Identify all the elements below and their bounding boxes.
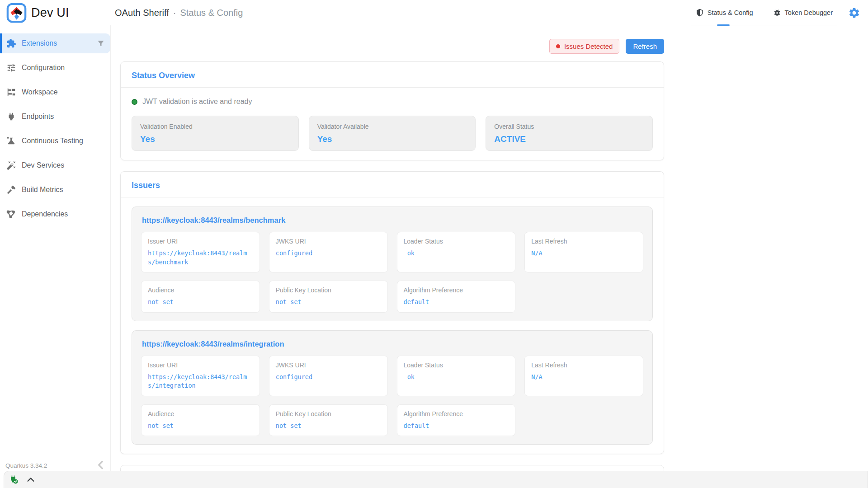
- field-last-refresh: Last Refresh N/A: [524, 356, 643, 396]
- main-content: Issues Detected Refresh Status Overview …: [111, 25, 868, 488]
- filter-icon[interactable]: [97, 39, 105, 47]
- stat-value: Yes: [140, 134, 290, 144]
- sidebar-item-build-metrics[interactable]: Build Metrics: [0, 180, 110, 200]
- status-overview-card: Status Overview JWT validation is active…: [120, 61, 664, 160]
- field-label: Algorithm Preference: [404, 410, 509, 418]
- network-icon: [6, 209, 16, 219]
- sidebar-item-label: Continuous Testing: [22, 137, 83, 145]
- stat-label: Validation Enabled: [140, 123, 290, 130]
- field-value: N/A: [531, 249, 637, 258]
- field-value: ok: [404, 249, 509, 258]
- field-value: not set: [276, 298, 381, 307]
- shield-icon: [696, 9, 704, 17]
- footer-dock: [4, 471, 868, 488]
- status-ok-dot-icon: [132, 99, 137, 105]
- field-public-key-location: Public Key Location not set: [269, 404, 388, 436]
- field-loader-status: Loader Status ok: [397, 232, 516, 272]
- settings-button[interactable]: [847, 6, 861, 19]
- sidebar-item-label: Dependencies: [22, 210, 68, 218]
- field-value: configured: [276, 373, 381, 382]
- sidebar-item-dependencies[interactable]: Dependencies: [0, 204, 110, 224]
- field-label: JWKS URI: [276, 361, 381, 369]
- issues-detected-badge: Issues Detected: [549, 39, 620, 54]
- collapse-sidebar-icon[interactable]: [95, 459, 107, 471]
- field-value: not set: [276, 422, 381, 431]
- expand-dock-icon[interactable]: [26, 475, 36, 485]
- field-value: https://keycloak:8443/realms/integration: [148, 373, 253, 390]
- field-label: Public Key Location: [276, 286, 381, 294]
- toolbar: Issues Detected Refresh: [120, 39, 664, 53]
- sidebar-item-label: Endpoints: [22, 113, 54, 121]
- field-public-key-location: Public Key Location not set: [269, 281, 388, 313]
- field-label: Audience: [148, 410, 253, 418]
- hammer-icon: [6, 185, 16, 195]
- field-loader-status: Loader Status ok: [397, 356, 516, 396]
- field-jwks-uri: JWKS URI configured: [269, 356, 388, 396]
- stat-label: Overall Status: [494, 123, 644, 130]
- header: Dev UI OAuth Sheriff · Status & Config S…: [0, 0, 868, 25]
- sidebar-item-label: Dev Services: [22, 161, 64, 169]
- field-value: not set: [148, 422, 253, 431]
- sidebar-item-workspace[interactable]: Workspace: [0, 82, 110, 102]
- field-label: Issuer URI: [148, 238, 253, 245]
- issuer-title: https://keycloak:8443/realms/integration: [142, 340, 643, 348]
- quarkus-logo-icon: [6, 3, 27, 23]
- stat-label: Validator Available: [317, 123, 467, 130]
- issuer-panel-integration: https://keycloak:8443/realms/integration…: [132, 330, 653, 445]
- issuer-fields-grid: Issuer URI https://keycloak:8443/realms/…: [141, 232, 643, 313]
- quarkus-version-label: Quarkus 3.34.2: [5, 462, 47, 469]
- sidebar-item-configuration[interactable]: Configuration: [0, 58, 110, 78]
- sidebar-item-endpoints[interactable]: Endpoints: [0, 107, 110, 127]
- issuers-card: Issuers https://keycloak:8443/realms/ben…: [120, 171, 664, 454]
- status-message: JWT validation is active and ready: [142, 98, 252, 106]
- title-separator: ·: [173, 8, 176, 18]
- field-label: Loader Status: [404, 361, 509, 369]
- page: Dev UI OAuth Sheriff · Status & Config S…: [0, 0, 868, 488]
- field-label: Issuer URI: [148, 361, 253, 369]
- sidebar-item-dev-services[interactable]: Dev Services: [0, 155, 110, 175]
- field-jwks-uri: JWKS URI configured: [269, 232, 388, 272]
- refresh-button[interactable]: Refresh: [626, 39, 664, 54]
- field-value: configured: [276, 249, 381, 258]
- tab-status-config[interactable]: Status & Config: [696, 0, 753, 25]
- page-title: OAuth Sheriff: [115, 8, 169, 18]
- sidebar-item-label: Workspace: [22, 88, 58, 96]
- sidebar-item-extensions[interactable]: Extensions: [0, 33, 110, 53]
- issuer-panel-benchmark: https://keycloak:8443/realms/benchmark I…: [132, 206, 653, 321]
- tab-label: Status & Config: [708, 9, 753, 16]
- field-value: default: [404, 298, 509, 307]
- flask-icon: [6, 136, 16, 146]
- stat-value: Yes: [317, 134, 467, 144]
- field-label: Last Refresh: [531, 238, 637, 245]
- field-algorithm-preference: Algorithm Preference default: [397, 281, 516, 313]
- stat-validation-enabled: Validation Enabled Yes: [132, 116, 299, 151]
- field-value: ok: [404, 373, 509, 382]
- issuer-fields-grid: Issuer URI https://keycloak:8443/realms/…: [141, 356, 643, 436]
- field-label: Public Key Location: [276, 410, 381, 418]
- stats-grid: Validation Enabled Yes Validator Availab…: [132, 116, 653, 151]
- sidebar-item-label: Extensions: [22, 39, 57, 47]
- field-last-refresh: Last Refresh N/A: [524, 232, 643, 272]
- stat-validator-available: Validator Available Yes: [309, 116, 476, 151]
- issuer-title: https://keycloak:8443/realms/benchmark: [142, 216, 643, 225]
- tab-token-debugger[interactable]: Token Debugger: [773, 0, 833, 25]
- wand-icon: [6, 160, 16, 170]
- puzzle-icon: [6, 38, 16, 48]
- error-dot-icon: [556, 44, 560, 48]
- field-issuer-uri: Issuer URI https://keycloak:8443/realms/…: [141, 356, 260, 396]
- field-label: JWKS URI: [276, 238, 381, 245]
- field-value: not set: [148, 298, 253, 307]
- field-label: Loader Status: [404, 238, 509, 245]
- status-line: JWT validation is active and ready: [132, 98, 653, 106]
- brand: Dev UI: [0, 3, 111, 23]
- stat-overall-status: Overall Status ACTIVE: [486, 116, 653, 151]
- dev-services-status-icon[interactable]: [9, 474, 19, 485]
- sliders-icon: [6, 63, 16, 73]
- page-subtitle: Status & Config: [180, 8, 243, 18]
- issues-badge-label: Issues Detected: [564, 42, 613, 50]
- sidebar-item-continuous-testing[interactable]: Continuous Testing: [0, 131, 110, 151]
- tree-icon: [6, 87, 16, 97]
- sidebar: Extensions Configuration Workspace Endpo…: [0, 25, 111, 488]
- field-value: N/A: [531, 373, 637, 382]
- divider: [121, 87, 664, 88]
